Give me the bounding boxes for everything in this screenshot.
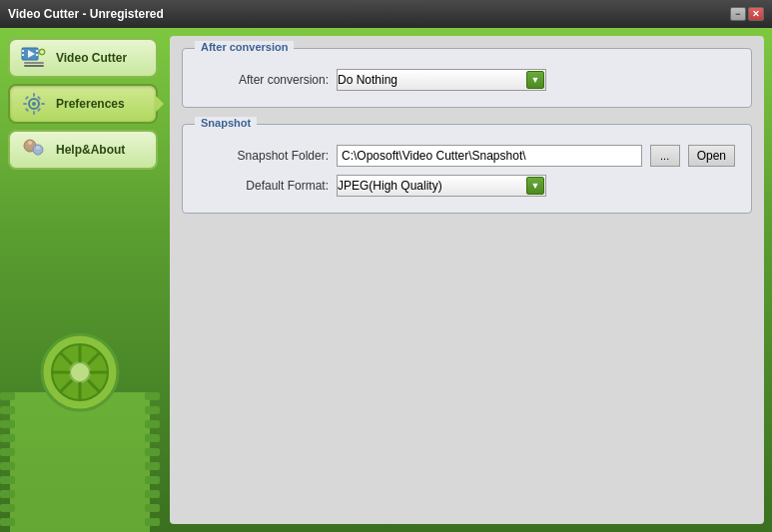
svg-rect-29 [0,434,15,442]
snapshot-folder-input[interactable] [337,145,642,167]
help-about-icon [20,136,48,164]
svg-point-22 [28,141,32,145]
sidebar-item-help-about[interactable]: Help&About [8,130,158,170]
video-cutter-icon [20,44,48,72]
svg-rect-25 [10,392,150,532]
svg-rect-38 [145,406,160,414]
after-conversion-section-title: After conversion [195,41,294,53]
svg-rect-16 [41,103,45,105]
default-format-select[interactable]: JPEG(High Quality) BMP PNG [337,175,546,197]
video-cutter-label: Video Cutter [56,51,127,65]
svg-point-49 [70,362,90,382]
svg-rect-30 [0,448,15,456]
svg-rect-17 [25,96,29,100]
svg-rect-31 [0,462,15,470]
svg-rect-37 [145,392,160,400]
svg-point-12 [32,102,36,106]
svg-rect-1 [22,50,24,52]
sidebar-item-preferences[interactable]: Preferences [8,84,158,124]
app-title: Video Cutter - Unregistered [8,7,164,21]
svg-rect-28 [0,420,15,428]
default-format-label: Default Format: [199,179,329,193]
window-controls: − ✕ [730,7,764,21]
svg-rect-14 [33,111,35,115]
svg-point-24 [36,146,40,150]
svg-rect-41 [145,448,160,456]
svg-rect-35 [0,518,15,526]
minimize-button[interactable]: − [730,7,746,21]
snapshot-folder-label: Snapshot Folder: [199,149,329,163]
after-conversion-select[interactable]: Do Nothing Open Output Folder Shutdown C… [337,69,546,91]
after-conversion-row: After conversion: Do Nothing Open Output… [199,69,735,91]
film-reel-decoration [0,332,170,532]
main-container: Video Cutter Preferences [0,28,772,532]
content-area: After conversion After conversion: Do No… [170,36,764,524]
title-bar: Video Cutter - Unregistered − ✕ [0,0,772,28]
sidebar: Video Cutter Preferences [0,28,170,532]
after-conversion-select-wrapper: Do Nothing Open Output Folder Shutdown C… [337,69,546,91]
svg-rect-42 [145,462,160,470]
preferences-label: Preferences [56,97,125,111]
default-format-row: Default Format: JPEG(High Quality) BMP P… [199,175,735,197]
sidebar-item-video-cutter[interactable]: Video Cutter [8,38,158,78]
help-about-label: Help&About [56,143,125,157]
svg-rect-13 [33,93,35,97]
svg-rect-3 [36,50,38,52]
snapshot-folder-row: Snapshot Folder: ... Open [199,145,735,167]
preferences-icon [20,90,48,118]
svg-rect-40 [145,434,160,442]
svg-rect-39 [145,420,160,428]
svg-rect-4 [36,54,38,56]
default-format-select-wrapper: JPEG(High Quality) BMP PNG ▼ [337,175,546,197]
svg-rect-2 [22,54,24,56]
svg-rect-6 [24,62,44,64]
snapshot-section-title: Snapshot [195,117,257,129]
svg-rect-26 [0,392,15,400]
browse-button[interactable]: ... [650,145,680,167]
close-button[interactable]: ✕ [748,7,764,21]
svg-rect-44 [145,490,160,498]
svg-rect-46 [145,518,160,526]
svg-rect-43 [145,476,160,484]
after-conversion-panel: After conversion After conversion: Do No… [182,48,752,108]
svg-rect-32 [0,476,15,484]
svg-rect-33 [0,490,15,498]
svg-rect-45 [145,504,160,512]
svg-rect-27 [0,406,15,414]
after-conversion-label: After conversion: [199,73,329,87]
svg-rect-7 [24,65,44,67]
svg-rect-15 [23,103,27,105]
svg-rect-34 [0,504,15,512]
snapshot-panel: Snapshot Snapshot Folder: ... Open Defau… [182,124,752,214]
svg-rect-18 [25,108,29,112]
open-button[interactable]: Open [688,145,735,167]
